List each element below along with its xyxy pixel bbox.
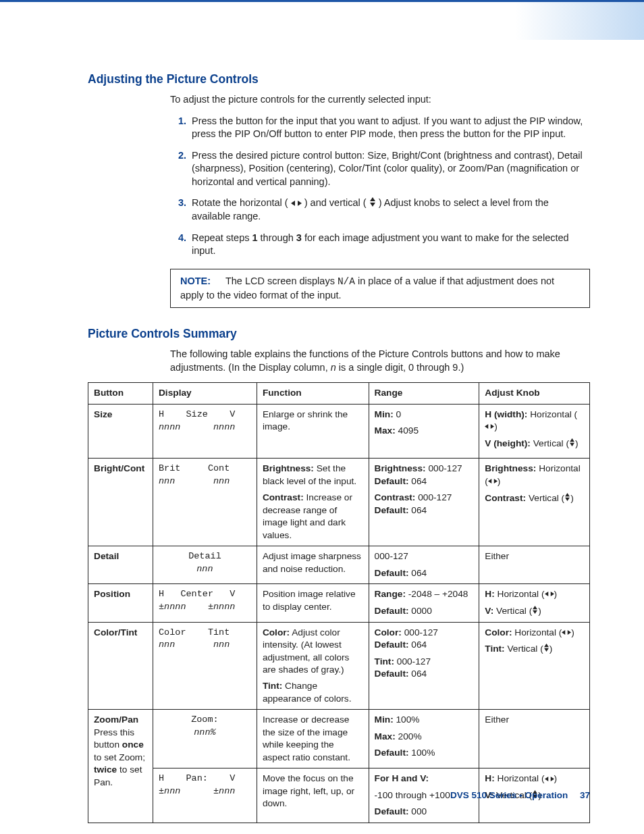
- label: Contrast:: [375, 492, 416, 502]
- svg-marker-3: [370, 203, 375, 207]
- label: Range:: [375, 589, 406, 599]
- value: 000-127: [415, 492, 452, 502]
- th-function: Function: [257, 383, 369, 404]
- label: H (width):: [485, 409, 527, 419]
- cell-range: Min: 0 Max: 4095: [369, 404, 479, 459]
- label: Brightness:: [263, 463, 314, 473]
- display-line: nnn: [159, 563, 251, 575]
- value: 064: [409, 640, 427, 650]
- cell-button: Detail: [88, 546, 153, 584]
- svg-marker-4: [485, 424, 488, 429]
- step4-pre: Repeat steps: [192, 232, 252, 243]
- svg-marker-7: [570, 443, 574, 446]
- value: Horizontal (: [495, 773, 545, 783]
- th-display: Display: [153, 383, 257, 404]
- cell-knob: H (width): Horizontal () V (height): Ver…: [479, 404, 590, 459]
- value: Vertical (: [493, 606, 532, 616]
- detail-label: Detail: [94, 551, 119, 561]
- value: Vertical (: [526, 493, 564, 503]
- label: Max:: [375, 731, 396, 741]
- value: 064: [409, 669, 427, 679]
- label: Default:: [375, 640, 409, 650]
- display-line: Detail: [159, 550, 251, 563]
- page: Adjusting the Picture Controls To adjust…: [0, 0, 644, 834]
- note-box: NOTE: The LCD screen displays N/A in pla…: [170, 269, 590, 308]
- horizontal-arrows-icon: [545, 588, 554, 600]
- cell-button: Position: [88, 584, 153, 622]
- vertical-arrows-icon: [369, 197, 376, 211]
- display-line: ±nnn ±nnn: [159, 785, 251, 798]
- horizontal-arrows-icon: [545, 773, 554, 785]
- close: ): [494, 421, 498, 432]
- table-header-row: Button Display Function Range Adjust Kno…: [88, 383, 590, 404]
- label: Tint:: [485, 644, 504, 654]
- value: 000-127: [394, 656, 431, 667]
- svg-marker-14: [533, 606, 537, 609]
- label: Color:: [485, 627, 512, 637]
- label: Min:: [375, 409, 394, 419]
- th-adjust-knob: Adjust Knob: [479, 383, 590, 404]
- footer-text: DVS 510 Series • Operation: [450, 790, 568, 800]
- cell-display: H Pan: V ±nnn ±nnn: [153, 768, 257, 823]
- cell-button: Size: [88, 404, 153, 459]
- twice: twice: [94, 764, 117, 775]
- cell-display: Brit Cont nnn nnn: [153, 459, 257, 546]
- close: ): [575, 438, 579, 448]
- svg-marker-1: [298, 201, 302, 206]
- cell-function: Move the focus on the image right, left,…: [257, 768, 369, 823]
- label: H:: [485, 589, 494, 599]
- step-2: Press the desired picture control button…: [189, 149, 590, 189]
- summary-intro: The following table explains the functio…: [170, 348, 590, 374]
- svg-marker-10: [565, 493, 570, 496]
- table-row: Color/Tint Color Tint nnn nnn Color: Adj…: [88, 622, 590, 710]
- cell-range: Color: 000-127 Default: 064 Tint: 000-12…: [369, 622, 479, 710]
- cell-display: Zoom: nnn%: [153, 710, 257, 768]
- table-row: Zoom/Pan Press this button once to set Z…: [88, 710, 590, 768]
- label: V:: [485, 606, 493, 616]
- zoom-label: Zoom/Pan: [94, 714, 138, 725]
- cell-function: Color: Adjust color intensity. (At lowes…: [257, 622, 369, 710]
- close: ): [554, 589, 558, 599]
- value: Horizontal (: [527, 409, 577, 419]
- cell-knob: Brightness: Horizontal () Contrast: Vert…: [479, 459, 590, 546]
- display-line: ±nnnn ±nnnn: [159, 601, 251, 614]
- label: Color:: [263, 627, 290, 637]
- heading-summary: Picture Controls Summary: [88, 327, 590, 341]
- label: H:: [485, 773, 494, 783]
- svg-marker-2: [370, 197, 375, 201]
- once: once: [122, 739, 144, 750]
- step-3: Rotate the horizontal ( ) and vertical (…: [189, 197, 590, 224]
- table-row: Size H Size V nnnn nnnn Enlarge or shrin…: [88, 404, 590, 459]
- intro-text: To adjust the picture controls for the c…: [170, 93, 590, 107]
- display-line: nnn nnn: [159, 475, 251, 488]
- content-area: Adjusting the Picture Controls To adjust…: [0, 72, 644, 823]
- close: ): [549, 644, 553, 654]
- value: Horizontal (: [512, 627, 562, 637]
- display-line: Brit Cont: [159, 463, 251, 475]
- vertical-arrows-icon: [564, 492, 570, 504]
- cell-button: Color/Tint: [88, 622, 153, 710]
- svg-marker-20: [545, 777, 548, 781]
- text: to set Zoom;: [94, 752, 145, 762]
- note-mono: N/A: [338, 276, 355, 287]
- step3-mid: ) and vertical (: [304, 197, 367, 208]
- position-label: Position: [94, 589, 130, 599]
- value: Horizontal (: [495, 589, 545, 599]
- label: Contrast:: [485, 493, 526, 503]
- display-line: nnnn nnnn: [159, 421, 251, 434]
- label: For H and V:: [375, 773, 429, 783]
- cell-range: Min: 100% Max: 200% Default: 100%: [369, 710, 479, 768]
- label: Default:: [375, 748, 409, 758]
- value: 064: [409, 505, 427, 515]
- value: Vertical (: [531, 438, 569, 448]
- table-row: Bright/Cont Brit Cont nnn nnn Brightness…: [88, 459, 590, 546]
- note-pre: The LCD screen displays: [225, 276, 338, 286]
- bright-label: Bright/Cont: [94, 463, 144, 473]
- value: 200%: [396, 731, 422, 741]
- horizontal-arrows-icon: [291, 197, 302, 211]
- display-line: H Pan: V: [159, 773, 251, 785]
- summary-intro-n: n: [331, 362, 336, 373]
- label: Default:: [375, 476, 409, 486]
- svg-marker-12: [545, 592, 548, 596]
- label: Min:: [375, 714, 394, 725]
